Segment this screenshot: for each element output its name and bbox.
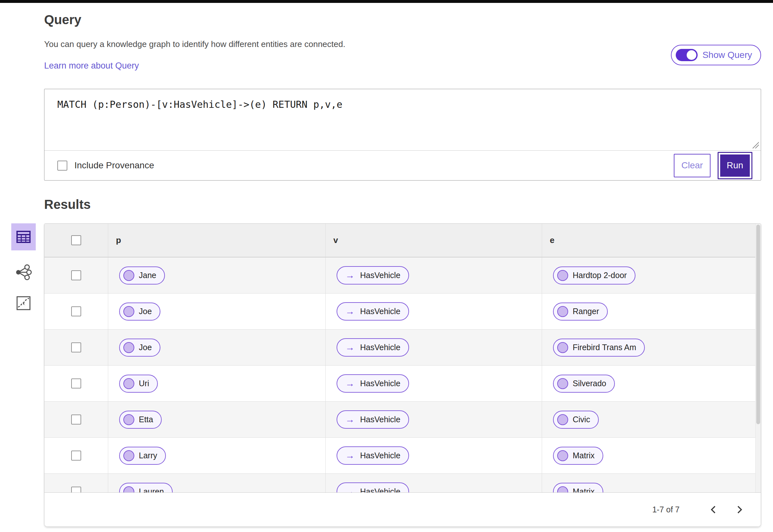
cell-p: Larry: [108, 438, 326, 473]
arrow-right-icon: →: [345, 451, 355, 460]
node-pill-p[interactable]: Jane: [119, 266, 165, 285]
query-description: You can query a knowledge graph to ident…: [44, 39, 345, 49]
node-pill-e[interactable]: Matrix: [553, 447, 603, 465]
query-editor-panel: MATCH (p:Person)-[v:HasVehicle]->(e) RET…: [44, 89, 761, 181]
include-provenance-checkbox[interactable]: [57, 161, 67, 171]
edge-pill-v[interactable]: → HasVehicle: [337, 338, 409, 357]
edge-pill-v[interactable]: → HasVehicle: [337, 266, 409, 285]
show-query-toggle-button[interactable]: Show Query: [671, 45, 761, 65]
results-view-rail: [11, 223, 36, 312]
view-toggle-map[interactable]: [11, 294, 36, 312]
node-pill-e[interactable]: Silverado: [553, 375, 615, 393]
graph-view-icon: [15, 264, 32, 281]
node-label: Etta: [139, 415, 153, 424]
cell-e: Matrix: [542, 438, 761, 473]
chevron-right-icon: [734, 506, 742, 513]
node-pill-p[interactable]: Uri: [119, 375, 158, 393]
table-view-icon: [16, 230, 31, 243]
cell-p: Lauren: [108, 474, 326, 492]
edge-pill-v[interactable]: → HasVehicle: [337, 374, 409, 393]
view-toggle-table[interactable]: [11, 223, 36, 250]
node-pill-p[interactable]: Etta: [119, 411, 162, 429]
cell-v: → HasVehicle: [326, 402, 542, 437]
cell-v: → HasVehicle: [326, 366, 542, 401]
results-card: p v e Jane → HasVehicle Hardtop 2-d: [44, 223, 761, 527]
node-pill-e[interactable]: Firebird Trans Am: [553, 339, 645, 357]
cell-e: Hardtop 2-door: [542, 257, 761, 293]
page: Query You can query a knowledge graph to…: [0, 3, 773, 527]
node-pill-p[interactable]: Lauren: [119, 483, 172, 493]
cell-e: Matrix: [542, 474, 761, 492]
learn-more-link[interactable]: Learn more about Query: [44, 61, 139, 71]
edge-label: HasVehicle: [360, 307, 400, 316]
row-checkbox[interactable]: [71, 487, 81, 492]
table-row: Larry → HasVehicle Matrix: [44, 438, 761, 474]
show-query-label: Show Query: [703, 50, 752, 60]
row-checkbox-cell: [44, 330, 108, 365]
row-checkbox[interactable]: [71, 415, 81, 425]
run-button[interactable]: Run: [718, 152, 752, 179]
node-pill-e[interactable]: Ranger: [553, 303, 608, 321]
scrollbar-track[interactable]: [755, 224, 761, 492]
node-circle-icon: [557, 486, 568, 493]
edge-pill-v[interactable]: → HasVehicle: [337, 410, 409, 429]
table-row: Jane → HasVehicle Hardtop 2-door: [44, 257, 761, 294]
node-pill-e[interactable]: Hardtop 2-door: [553, 266, 636, 285]
select-all-checkbox[interactable]: [71, 235, 81, 245]
page-title: Query: [44, 13, 761, 27]
node-label: Ranger: [573, 307, 599, 316]
node-circle-icon: [123, 450, 134, 461]
row-checkbox[interactable]: [71, 378, 81, 388]
cell-v: → HasVehicle: [326, 330, 542, 365]
node-label: Civic: [573, 415, 590, 424]
include-provenance-option[interactable]: Include Provenance: [57, 160, 154, 171]
view-toggle-graph[interactable]: [11, 263, 36, 281]
toggle-switch-on[interactable]: [676, 49, 698, 61]
node-circle-icon: [557, 378, 568, 389]
chevron-left-icon: [711, 506, 718, 513]
pagination-next-button[interactable]: [731, 501, 748, 518]
resize-grip-icon[interactable]: [752, 142, 759, 148]
arrow-right-icon: →: [345, 271, 355, 280]
edge-pill-v[interactable]: → HasVehicle: [337, 446, 409, 465]
edge-pill-v[interactable]: → HasVehicle: [337, 302, 409, 321]
row-checkbox[interactable]: [71, 451, 81, 461]
edge-pill-v[interactable]: → HasVehicle: [337, 482, 409, 492]
pagination-prev-button[interactable]: [705, 501, 722, 518]
row-checkbox[interactable]: [71, 306, 81, 316]
cell-p: Uri: [108, 366, 326, 401]
cell-p: Joe: [108, 294, 326, 329]
node-label: Larry: [139, 451, 157, 460]
node-label: Silverado: [573, 379, 606, 388]
scrollbar-thumb[interactable]: [756, 225, 760, 424]
pagination-range-label: 1-7 of 7: [652, 505, 680, 514]
edge-label: HasVehicle: [360, 379, 400, 388]
column-header-e: e: [542, 224, 761, 257]
results-table-scroll[interactable]: p v e Jane → HasVehicle Hardtop 2-d: [44, 224, 761, 492]
node-pill-p[interactable]: Larry: [119, 447, 166, 465]
node-circle-icon: [123, 342, 134, 353]
cell-v: → HasVehicle: [326, 294, 542, 329]
query-editor-area: MATCH (p:Person)-[v:HasVehicle]->(e) RET…: [44, 89, 761, 151]
cell-p: Etta: [108, 402, 326, 437]
row-checkbox-cell: [44, 294, 108, 329]
row-checkbox[interactable]: [71, 270, 81, 280]
cell-e: Civic: [542, 402, 761, 437]
node-pill-e[interactable]: Civic: [553, 411, 599, 429]
node-pill-p[interactable]: Joe: [119, 303, 160, 321]
node-label: Matrix: [573, 487, 595, 492]
arrow-right-icon: →: [345, 343, 355, 352]
node-pill-e[interactable]: Matrix: [553, 483, 603, 493]
node-circle-icon: [123, 306, 134, 317]
header-checkbox-cell: [44, 224, 108, 257]
cell-v: → HasVehicle: [326, 438, 542, 473]
clear-button[interactable]: Clear: [674, 154, 711, 177]
node-circle-icon: [123, 270, 134, 281]
node-label: Joe: [139, 343, 152, 352]
row-checkbox-cell: [44, 257, 108, 293]
node-pill-p[interactable]: Joe: [119, 339, 160, 357]
row-checkbox[interactable]: [71, 342, 81, 352]
node-circle-icon: [557, 342, 568, 353]
arrow-right-icon: →: [345, 415, 355, 424]
query-input[interactable]: MATCH (p:Person)-[v:HasVehicle]->(e) RET…: [44, 89, 761, 150]
